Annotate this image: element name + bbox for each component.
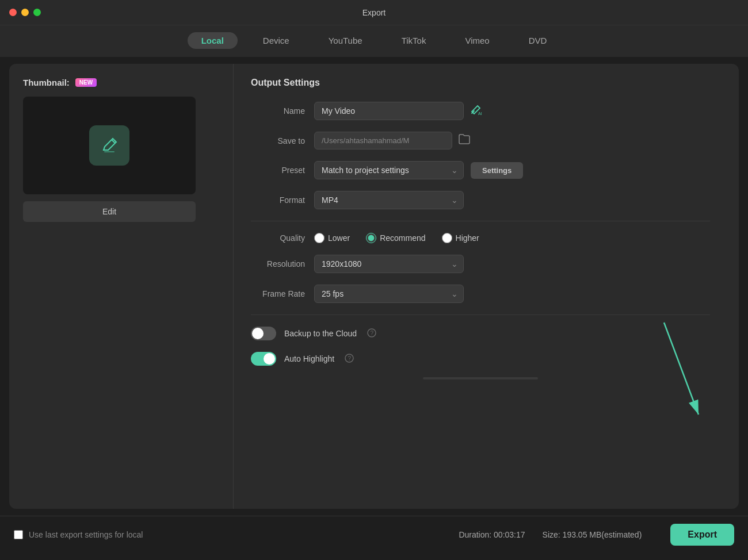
preset-row: Preset Match to project settings Custom … bbox=[251, 161, 710, 179]
highlight-toggle[interactable] bbox=[251, 352, 276, 366]
preset-label: Preset bbox=[251, 166, 314, 175]
quality-higher[interactable]: Higher bbox=[442, 233, 479, 243]
thumbnail-preview bbox=[23, 97, 196, 194]
name-label: Name bbox=[251, 106, 314, 116]
svg-rect-0 bbox=[104, 151, 115, 152]
close-btn[interactable] bbox=[9, 9, 17, 16]
highlight-row: Auto Highlight ? bbox=[251, 352, 710, 366]
pencil-icon bbox=[99, 135, 120, 156]
quality-row: Quality Lower Recommend Higher bbox=[251, 233, 710, 243]
format-select[interactable]: MP4 MOV AVI MKV bbox=[314, 191, 464, 209]
output-settings-title: Output Settings bbox=[251, 78, 710, 88]
name-input[interactable] bbox=[314, 102, 464, 120]
backup-toggle[interactable] bbox=[251, 327, 276, 340]
svg-text:?: ? bbox=[348, 355, 352, 362]
left-panel: Thumbnail: NEW Edit bbox=[9, 64, 234, 509]
size-text: Size: 193.05 MB(estimated) bbox=[543, 530, 642, 539]
framerate-select[interactable]: 25 fps 24 fps 30 fps 60 fps bbox=[314, 285, 464, 303]
highlight-help-icon[interactable]: ? bbox=[345, 354, 354, 365]
thumbnail-icon-box bbox=[89, 125, 129, 166]
quality-lower[interactable]: Lower bbox=[314, 233, 350, 243]
resolution-row: Resolution 1920x1080 1280x720 3840x2160 bbox=[251, 255, 710, 273]
highlight-label: Auto Highlight bbox=[284, 354, 334, 363]
titlebar: Export bbox=[0, 0, 748, 25]
tab-bar: Local Device YouTube TikTok Vimeo DVD bbox=[0, 25, 748, 57]
svg-text:AI: AI bbox=[478, 112, 482, 116]
quality-higher-label: Higher bbox=[456, 233, 479, 243]
format-row: Format MP4 MOV AVI MKV bbox=[251, 191, 710, 209]
use-last-settings: Use last export settings for local bbox=[14, 530, 143, 539]
bottom-info: Duration: 00:03:17 Size: 193.05 MB(estim… bbox=[459, 524, 734, 546]
resolution-select[interactable]: 1920x1080 1280x720 3840x2160 bbox=[314, 255, 464, 273]
maximize-btn[interactable] bbox=[33, 9, 41, 16]
save-to-label: Save to bbox=[251, 136, 314, 145]
folder-button[interactable] bbox=[458, 133, 471, 148]
window-title: Export bbox=[362, 8, 386, 17]
quality-higher-radio[interactable] bbox=[442, 233, 452, 243]
use-last-checkbox[interactable] bbox=[14, 530, 23, 539]
use-last-label: Use last export settings for local bbox=[29, 530, 143, 539]
quality-label: Quality bbox=[251, 233, 314, 243]
name-row: Name AI bbox=[251, 102, 710, 120]
backup-row: Backup to the Cloud ? bbox=[251, 327, 710, 340]
svg-text:?: ? bbox=[371, 330, 374, 336]
export-button[interactable]: Export bbox=[670, 524, 734, 546]
thumbnail-label: Thumbnail: bbox=[23, 78, 70, 87]
tab-dvd[interactable]: DVD bbox=[515, 32, 561, 49]
save-to-row: Save to bbox=[251, 132, 710, 149]
edit-button[interactable]: Edit bbox=[23, 201, 196, 222]
minimize-btn[interactable] bbox=[21, 9, 29, 16]
tab-local[interactable]: Local bbox=[188, 32, 238, 49]
settings-button[interactable]: Settings bbox=[471, 162, 523, 179]
main-content: Thumbnail: NEW Edit Output Settings Name bbox=[9, 64, 739, 509]
backup-help-icon[interactable]: ? bbox=[367, 328, 376, 339]
preset-select[interactable]: Match to project settings Custom HD 1080… bbox=[314, 161, 464, 179]
scroll-indicator bbox=[251, 377, 710, 379]
backup-label: Backup to the Cloud bbox=[284, 329, 357, 338]
quality-recommend-label: Recommend bbox=[380, 233, 425, 243]
save-to-input[interactable] bbox=[314, 132, 452, 149]
divider-1 bbox=[251, 221, 710, 221]
tab-vimeo[interactable]: Vimeo bbox=[451, 32, 503, 49]
tab-tiktok[interactable]: TikTok bbox=[388, 32, 440, 49]
format-label: Format bbox=[251, 195, 314, 205]
new-badge: NEW bbox=[75, 78, 97, 87]
ai-icon[interactable]: AI bbox=[470, 103, 482, 119]
divider-2 bbox=[251, 314, 710, 315]
quality-recommend-radio[interactable] bbox=[366, 233, 376, 243]
tab-youtube[interactable]: YouTube bbox=[315, 32, 376, 49]
tab-device[interactable]: Device bbox=[249, 32, 303, 49]
window-controls bbox=[9, 9, 41, 16]
duration-text: Duration: 00:03:17 bbox=[459, 530, 525, 539]
quality-lower-label: Lower bbox=[328, 233, 350, 243]
framerate-row: Frame Rate 25 fps 24 fps 30 fps 60 fps bbox=[251, 285, 710, 303]
framerate-label: Frame Rate bbox=[251, 289, 314, 298]
thumbnail-header: Thumbnail: NEW bbox=[23, 78, 219, 87]
quality-lower-radio[interactable] bbox=[314, 233, 325, 243]
bottom-bar: Use last export settings for local Durat… bbox=[0, 516, 748, 553]
resolution-label: Resolution bbox=[251, 259, 314, 269]
quality-recommend[interactable]: Recommend bbox=[366, 233, 425, 243]
right-panel: Output Settings Name AI Save to bbox=[234, 64, 739, 509]
